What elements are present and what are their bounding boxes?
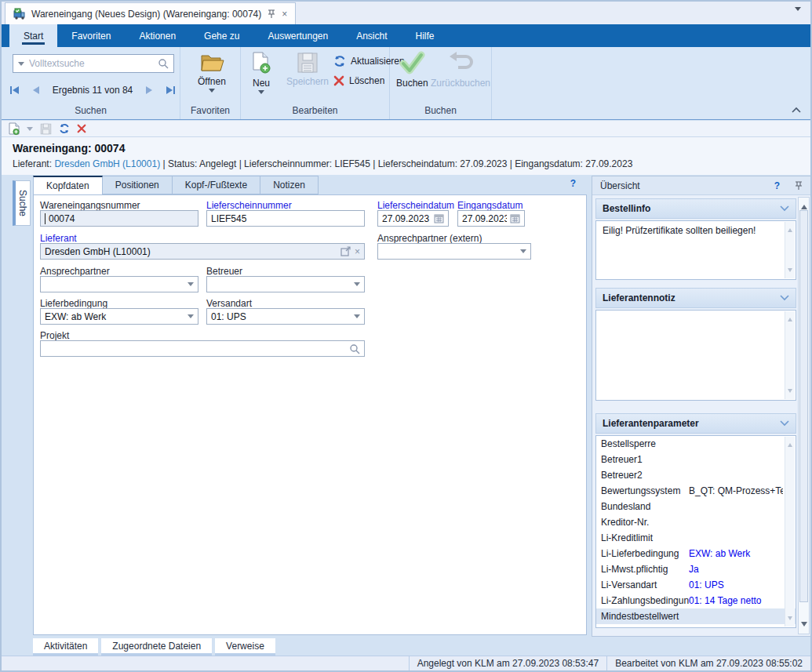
- lieferantenparameter-section-header[interactable]: Lieferantenparameter: [595, 413, 796, 434]
- menu-item-gehe-zu[interactable]: Gehe zu: [190, 24, 253, 47]
- next-result-icon[interactable]: [145, 85, 154, 95]
- bottom-tabs: Aktivitäten Zugeordnete Dateien Verweise: [33, 638, 275, 656]
- form-help-icon[interactable]: ?: [570, 178, 576, 189]
- quick-delete-icon[interactable]: [77, 124, 86, 133]
- ansprechpartner-combobox[interactable]: [40, 276, 198, 292]
- window-menu-arrow-icon[interactable]: [795, 7, 801, 14]
- collapse-ribbon-icon[interactable]: [792, 107, 801, 113]
- quick-new-dropdown-icon[interactable]: [27, 127, 33, 134]
- save-button[interactable]: Speichern: [286, 52, 329, 87]
- lieferbedingung-combobox[interactable]: [40, 308, 198, 325]
- save-icon: [297, 52, 319, 74]
- bestellinfo-section-header[interactable]: Bestellinfo: [595, 198, 796, 219]
- quick-new-icon[interactable]: [8, 122, 20, 136]
- tab-zugeordnete-dateien[interactable]: Zugeordnete Dateien: [101, 638, 212, 656]
- previous-result-icon[interactable]: [31, 85, 40, 95]
- calendar-icon[interactable]: [510, 213, 520, 223]
- param-row[interactable]: Li-Zahlungsbedingung01: 14 Tage netto: [596, 593, 796, 608]
- open-dropdown-arrow-icon[interactable]: [209, 89, 215, 96]
- param-row[interactable]: Betreuer2: [596, 467, 796, 483]
- tab-positionen[interactable]: Positionen: [103, 176, 173, 194]
- last-result-icon[interactable]: [166, 85, 176, 95]
- betreuer-combobox[interactable]: [206, 276, 365, 292]
- menu-item-auswertungen[interactable]: Auswertungen: [253, 24, 342, 47]
- scrollbar-thumb[interactable]: [799, 210, 808, 602]
- ribbon-group-label-suchen: Suchen: [2, 105, 180, 116]
- new-dropdown-arrow-icon[interactable]: [258, 90, 264, 97]
- menu-item-hilfe[interactable]: Hilfe: [402, 24, 449, 47]
- tab-verweise[interactable]: Verweise: [215, 638, 275, 656]
- ribbon-group-label-favoriten: Favoriten: [180, 105, 240, 116]
- quick-refresh-icon[interactable]: [59, 123, 70, 134]
- param-row[interactable]: Kreditor-Nr.: [596, 514, 796, 530]
- overview-scrollbar[interactable]: [798, 197, 810, 634]
- delete-x-icon: [333, 75, 344, 86]
- dropdown-arrow-icon[interactable]: [354, 314, 360, 321]
- quick-save-icon[interactable]: [40, 123, 52, 135]
- param-row[interactable]: BewertungssystemB_QT: QM-Prozess+Termin: [596, 483, 796, 499]
- bestellinfo-textbox[interactable]: Eilig! Prüfzertifikate sollten beiliegen…: [595, 220, 796, 280]
- open-record-icon[interactable]: [340, 246, 351, 256]
- search-scope-arrow-icon[interactable]: [18, 62, 24, 69]
- scroll-up-icon[interactable]: [801, 202, 807, 209]
- dropdown-arrow-icon[interactable]: [354, 282, 360, 289]
- fulltext-search-box[interactable]: [13, 54, 174, 73]
- param-row[interactable]: Li-Mwst.pflichtigJa: [596, 561, 796, 577]
- lieferscheindatum-field[interactable]: [377, 210, 449, 227]
- clear-lieferant-icon[interactable]: ×: [355, 246, 360, 257]
- unpost-button[interactable]: Zurückbuchen: [431, 50, 490, 89]
- open-button[interactable]: Öffnen: [198, 52, 226, 96]
- wareneingangsnummer-field[interactable]: [40, 210, 198, 227]
- tab-kopfdaten[interactable]: Kopfdaten: [33, 176, 103, 194]
- bestellinfo-text: Eilig! Prüfzertifikate sollten beiliegen…: [596, 221, 796, 240]
- lieferantennotiz-scrollbar[interactable]: [785, 311, 795, 399]
- calendar-icon[interactable]: [434, 213, 444, 223]
- projekt-field[interactable]: [40, 340, 365, 357]
- status-created: Angelegt von KLM am 27.09.2023 08:53:47: [409, 656, 607, 670]
- tab-kopf-fusstexte[interactable]: Kopf-/Fußtexte: [173, 176, 260, 194]
- search-input[interactable]: [29, 58, 153, 69]
- lieferantennotiz-section-header[interactable]: Lieferantennotiz: [595, 288, 796, 308]
- param-row[interactable]: Li-Versandart01: UPS: [596, 577, 796, 593]
- dropdown-arrow-icon[interactable]: [188, 282, 194, 289]
- dropdown-arrow-icon[interactable]: [188, 314, 194, 321]
- close-tab-icon[interactable]: ×: [282, 9, 287, 20]
- menu-item-aktionen[interactable]: Aktionen: [125, 24, 190, 47]
- scroll-down-icon[interactable]: [801, 622, 807, 630]
- lieferscheinnummer-field[interactable]: [206, 210, 365, 227]
- delete-button[interactable]: Löschen: [333, 75, 384, 86]
- eingangsdatum-field[interactable]: [457, 210, 525, 227]
- tab-notizen[interactable]: Notizen: [260, 176, 319, 194]
- parameter-scrollbar[interactable]: [785, 437, 795, 627]
- tab-aktivitaeten[interactable]: Aktivitäten: [33, 638, 98, 656]
- bestellinfo-scrollbar[interactable]: [785, 222, 795, 278]
- new-button[interactable]: Neu: [250, 52, 272, 97]
- pin-icon[interactable]: [794, 180, 803, 191]
- param-row[interactable]: Bestellsperre: [596, 436, 796, 452]
- ansprechpartner-extern-combobox[interactable]: [377, 243, 531, 260]
- result-counter: Ergebnis 11 von 84: [53, 85, 133, 96]
- versandart-combobox[interactable]: [206, 308, 365, 325]
- first-result-icon[interactable]: [9, 85, 20, 95]
- lieferant-field[interactable]: ×: [40, 243, 365, 260]
- search-icon[interactable]: [349, 343, 360, 354]
- lieferant-link[interactable]: Dresden GmbH (L10001): [54, 158, 160, 169]
- overview-help-icon[interactable]: ?: [774, 180, 780, 191]
- param-row[interactable]: Li-LieferbedingungEXW: ab Werk: [596, 546, 796, 561]
- search-icon[interactable]: [158, 58, 169, 69]
- ansprechpartner-extern-label: Ansprechpartner (extern): [377, 233, 482, 244]
- side-tab-suche[interactable]: Suche: [13, 180, 31, 226]
- param-row[interactable]: Betreuer1: [596, 452, 796, 467]
- param-row[interactable]: Bundesland: [596, 499, 796, 514]
- param-row-selected[interactable]: Mindestbestellwert: [596, 608, 796, 624]
- dropdown-arrow-icon[interactable]: [520, 249, 526, 256]
- undo-arrow-icon: [446, 50, 475, 75]
- menu-item-start[interactable]: Start: [9, 24, 57, 47]
- document-tab[interactable]: Wareneingang (Neues Design) (Wareneingan…: [5, 2, 296, 24]
- pin-icon[interactable]: [267, 9, 276, 19]
- menu-item-favoriten[interactable]: Favoriten: [57, 24, 125, 47]
- lieferantennotiz-textbox[interactable]: [595, 310, 796, 401]
- param-row[interactable]: Li-Kreditlimit: [596, 530, 796, 546]
- menu-item-ansicht[interactable]: Ansicht: [342, 24, 401, 47]
- post-button[interactable]: Buchen: [396, 50, 428, 89]
